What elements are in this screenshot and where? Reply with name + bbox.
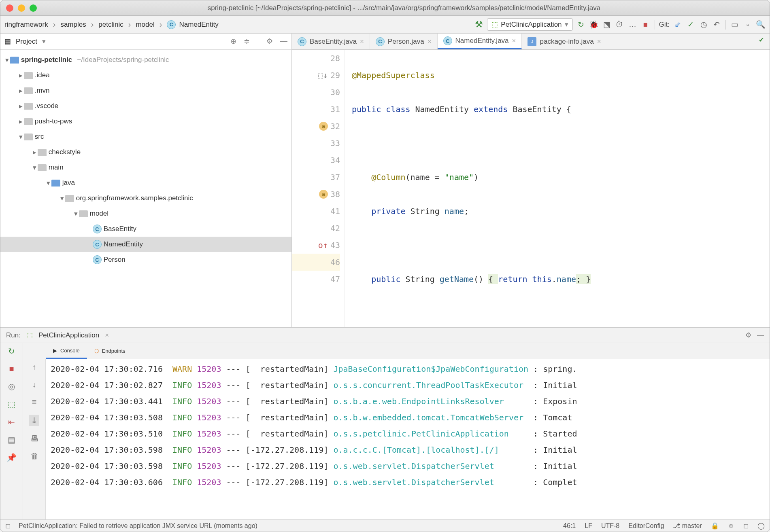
chevron-down-icon[interactable]: ▾: [45, 179, 51, 187]
exit-button[interactable]: ⇤: [8, 417, 15, 427]
ide-settings-button[interactable]: ▫: [743, 20, 753, 30]
chevron-right-icon[interactable]: ▸: [17, 71, 24, 80]
tree-node-class-selected[interactable]: C NamedEntity: [0, 237, 291, 252]
tree-node-class[interactable]: C Person: [0, 252, 291, 267]
git-revert-button[interactable]: ↶: [712, 20, 721, 30]
layout-button[interactable]: ⬚: [8, 399, 15, 409]
attach-button[interactable]: …: [628, 20, 638, 30]
tab-endpoints[interactable]: ⬡Endpoints: [87, 343, 133, 359]
build-button[interactable]: [474, 20, 484, 30]
clear-icon[interactable]: 🗑: [30, 451, 38, 461]
tree-node[interactable]: ▸ checkstyle: [0, 144, 291, 160]
breadcrumb-item[interactable]: model: [136, 21, 154, 29]
editor-tab-active[interactable]: CNamedEntity.java×: [438, 34, 522, 49]
expand-all-icon[interactable]: ≑: [244, 37, 250, 47]
gutter-icon[interactable]: ⬚↓: [318, 67, 328, 84]
coverage-button[interactable]: ⬔: [602, 20, 612, 30]
breadcrumb-item[interactable]: samples: [60, 21, 86, 29]
wrap-icon[interactable]: ≡: [32, 397, 37, 407]
close-icon[interactable]: ×: [360, 38, 364, 46]
chevron-right-icon[interactable]: ▸: [17, 102, 24, 110]
chevron-right-icon[interactable]: ▸: [31, 148, 38, 157]
project-pane-title[interactable]: Project: [16, 38, 37, 46]
git-commit-button[interactable]: ✓: [686, 20, 696, 30]
file-encoding[interactable]: UTF-8: [601, 522, 619, 530]
gutter-annotation-icon[interactable]: a: [319, 122, 328, 131]
inspection-ok-icon[interactable]: ✔: [759, 36, 764, 44]
line-separator[interactable]: LF: [585, 522, 592, 530]
editor-tab[interactable]: CPerson.java×: [370, 34, 438, 49]
tree-node[interactable]: ▾ main: [0, 160, 291, 175]
status-message[interactable]: PetClinicApplication: Failed to retrieve…: [19, 522, 257, 530]
breadcrumb-item[interactable]: petclinic: [98, 21, 123, 29]
tree-node[interactable]: ▸ .mvn: [0, 83, 291, 98]
gutter-annotation-icon[interactable]: a: [319, 190, 328, 199]
print-icon[interactable]: 🖶: [30, 434, 38, 443]
git-update-button[interactable]: ⇙: [673, 20, 683, 30]
run-app-name[interactable]: PetClinicApplication: [38, 331, 99, 339]
dump-button[interactable]: ◎: [8, 382, 15, 391]
gutter[interactable]: 28 ⬚↓29 30 31 a32 33 34 37 a38 41 42 o↑4…: [292, 50, 345, 327]
close-icon[interactable]: ×: [597, 38, 601, 46]
tree-node-root[interactable]: ▾ spring-petclinic ~/IdeaProjects/spring…: [0, 52, 291, 68]
hide-icon[interactable]: —: [280, 37, 287, 47]
rerun-button[interactable]: ↻: [8, 346, 15, 356]
close-icon[interactable]: ×: [512, 37, 516, 45]
run-button[interactable]: ↻: [576, 20, 586, 30]
chevron-down-icon[interactable]: ▾: [59, 194, 65, 203]
tree-node[interactable]: ▾ model: [0, 206, 291, 221]
tree-node-class[interactable]: C BaseEntity: [0, 221, 291, 237]
memory-icon[interactable]: ◯: [757, 522, 765, 530]
console-output[interactable]: 2020-02-04 17:30:02.716 WARN 15203 --- […: [46, 359, 770, 519]
locate-icon[interactable]: ⊕: [230, 37, 236, 47]
layout-icon[interactable]: ▤: [8, 435, 15, 445]
close-window-icon[interactable]: [6, 4, 13, 12]
close-icon[interactable]: ×: [105, 331, 109, 339]
tree-node[interactable]: ▾ org.springframework.samples.petclinic: [0, 191, 291, 206]
tree-node[interactable]: ▸ .vscode: [0, 98, 291, 114]
up-icon[interactable]: ↑: [32, 362, 36, 372]
search-everywhere-button[interactable]: 🔍: [756, 20, 766, 30]
stop-button[interactable]: ■: [9, 364, 14, 373]
chevron-down-icon[interactable]: ▾: [31, 163, 38, 172]
stop-button[interactable]: [641, 20, 651, 30]
chevron-right-icon[interactable]: ▸: [17, 87, 24, 95]
project-tree[interactable]: ▾ spring-petclinic ~/IdeaProjects/spring…: [0, 50, 291, 327]
editor-tab[interactable]: Jpackage-info.java×: [522, 34, 607, 49]
tool-windows-icon[interactable]: ◻: [5, 522, 11, 530]
chevron-down-icon[interactable]: ▾: [42, 37, 46, 46]
breadcrumb[interactable]: ringframework samples petclinic model C …: [4, 20, 219, 29]
chevron-down-icon[interactable]: ▾: [17, 133, 24, 141]
editor-tab[interactable]: CBaseEntity.java×: [292, 34, 370, 49]
code-editor[interactable]: 28 ⬚↓29 30 31 a32 33 34 37 a38 41 42 o↑4…: [292, 50, 770, 327]
lock-icon[interactable]: 🔒: [711, 522, 719, 530]
gutter-override-icon[interactable]: o↑: [318, 237, 328, 254]
debug-button[interactable]: 🐞: [589, 20, 599, 30]
chevron-right-icon[interactable]: ▸: [17, 117, 24, 126]
profile-button[interactable]: ⏱: [615, 20, 625, 30]
caret-position[interactable]: 46:1: [563, 522, 576, 530]
close-icon[interactable]: ×: [428, 38, 432, 46]
gear-icon[interactable]: ⚙: [745, 331, 751, 339]
git-history-button[interactable]: ◷: [699, 20, 708, 30]
breadcrumb-item[interactable]: ringframework: [4, 21, 48, 29]
pin-icon[interactable]: 📌: [6, 453, 17, 462]
project-structure-button[interactable]: ▭: [730, 20, 740, 30]
code-body[interactable]: @MappedSuperclass public class NamedEnti…: [345, 50, 770, 327]
tree-node[interactable]: ▸ push-to-pws: [0, 114, 291, 129]
down-icon[interactable]: ↓: [32, 380, 36, 389]
run-configuration-select[interactable]: ⬚ PetClinicApplication ▾: [487, 18, 572, 31]
zoom-window-icon[interactable]: [30, 4, 37, 12]
processes-icon[interactable]: ◻: [743, 522, 749, 530]
inspector-icon[interactable]: ☺: [728, 522, 734, 530]
tree-node[interactable]: ▾ src: [0, 129, 291, 144]
tab-console[interactable]: ▶Console: [46, 343, 87, 359]
editor-config[interactable]: EditorConfig: [628, 522, 664, 530]
breadcrumb-class[interactable]: NamedEntity: [179, 21, 218, 29]
hide-icon[interactable]: —: [757, 331, 764, 339]
git-branch[interactable]: ⎇ master: [673, 522, 702, 530]
tree-node[interactable]: ▸ .idea: [0, 68, 291, 83]
minimize-window-icon[interactable]: [18, 4, 25, 12]
scroll-end-icon[interactable]: ⤓: [29, 415, 39, 426]
chevron-down-icon[interactable]: ▾: [72, 210, 79, 218]
